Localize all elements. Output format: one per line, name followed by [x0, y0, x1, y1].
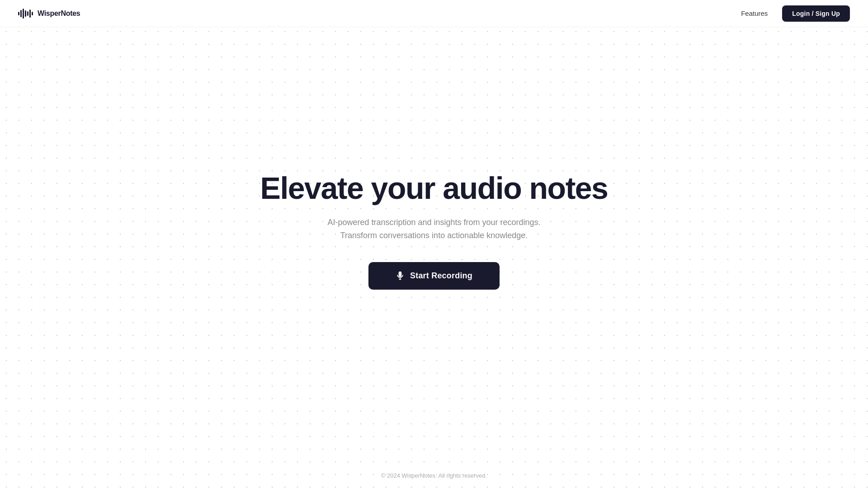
audio-waveform-icon — [18, 9, 33, 19]
navbar-actions: Features Login / Sign Up — [741, 5, 850, 22]
footer: © 2024 WisperNotes. All rights reserved. — [0, 472, 868, 479]
navbar: WisperNotes Features Login / Sign Up — [0, 0, 868, 27]
hero-title: Elevate your audio notes — [260, 171, 608, 205]
brand-name: WisperNotes — [38, 9, 80, 18]
microphone-icon — [396, 271, 405, 280]
start-recording-label: Start Recording — [410, 271, 472, 281]
hero-section: Elevate your audio notes AI-powered tran… — [0, 27, 868, 470]
copyright-text: © 2024 WisperNotes. All rights reserved. — [381, 472, 487, 479]
start-recording-button[interactable]: Start Recording — [368, 262, 500, 290]
navbar-brand: WisperNotes — [18, 9, 80, 19]
hero-subtitle-line1: AI-powered transcription and insights fr… — [327, 218, 540, 227]
hero-subtitle-line2: Transform conversations into actionable … — [340, 231, 528, 240]
hero-subtitle: AI-powered transcription and insights fr… — [327, 216, 540, 242]
login-signup-button[interactable]: Login / Sign Up — [782, 5, 850, 22]
features-link[interactable]: Features — [741, 9, 768, 17]
